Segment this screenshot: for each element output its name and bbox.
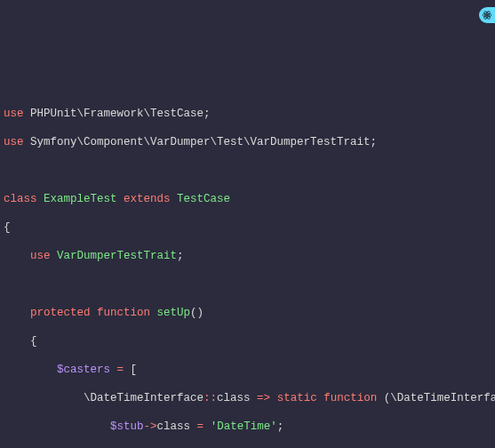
code-line: protected function setUp() (4, 306, 491, 320)
code-line: $stub->class = 'DateTime'; (4, 420, 491, 434)
devtools-badge[interactable] (479, 7, 495, 23)
code-line: use Symfony\Component\VarDumper\Test\Var… (4, 135, 491, 149)
svg-point-0 (486, 14, 488, 16)
blank-line (4, 277, 491, 292)
code-editor[interactable]: use PHPUnit\Framework\TestCase; use Symf… (4, 92, 491, 448)
blank-line (4, 164, 491, 178)
code-line: \DateTimeInterface::class => static func… (4, 391, 491, 405)
code-line: $casters = [ (4, 363, 491, 377)
code-line: use PHPUnit\Framework\TestCase; (4, 107, 491, 121)
code-line: { (4, 220, 491, 235)
code-line: { (4, 334, 491, 348)
code-line: class ExampleTest extends TestCase (4, 192, 491, 206)
code-line: use VarDumperTestTrait; (4, 249, 491, 263)
atom-icon (482, 10, 492, 20)
